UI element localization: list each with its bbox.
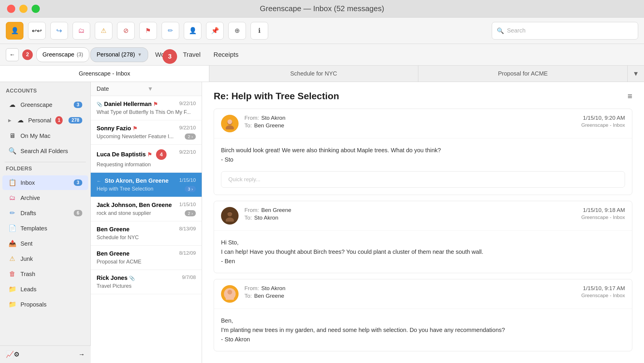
main-layout: Accounts ☁ Greenscape 3 ▶ ☁ Personal 1 2…	[0, 82, 644, 363]
message-item-3[interactable]: Luca De Baptistis ⚑ 4 9/22/10 Requesting…	[91, 145, 202, 173]
email-meta-2: From: Ben Greene To: Sto Akron	[244, 207, 576, 221]
accounts-section-title: Accounts	[0, 88, 90, 97]
avatar-ben	[221, 207, 239, 225]
sidebar-trash-label: Trash	[20, 271, 82, 278]
maximize-button[interactable]	[32, 5, 40, 13]
contacts-button[interactable]: 👤	[184, 22, 201, 40]
email-message-3: From: Sto Akron To: Ben Greene 1/15/10, …	[214, 279, 632, 351]
sidebar-item-trash[interactable]: 🗑 Trash	[2, 267, 88, 281]
greenscape-count: (3)	[77, 52, 83, 58]
message-item-4[interactable]: ← Sto Akron, Ben Greene 1/15/10 Help wit…	[91, 173, 202, 197]
msg-preview-7: Proposal for ACME	[97, 259, 196, 265]
sidebar-item-drafts[interactable]: ✏ Drafts 6	[2, 206, 88, 220]
email-body-3: Ben, I'm planting new trees in my garden…	[214, 309, 632, 351]
to-label-1: To:	[244, 122, 252, 129]
email-header-2: From: Ben Greene To: Sto Akron 1/15/10, …	[214, 201, 632, 231]
personal-dropdown-icon: ▼	[137, 52, 142, 57]
email-time-2: 1/15/10, 9:18 AM	[581, 207, 625, 213]
account-icon-button[interactable]: 👤	[6, 22, 23, 40]
sidebar-item-inbox[interactable]: 📋 Inbox 3	[2, 175, 88, 190]
email-inbox-1: Greenscape - Inbox	[581, 122, 625, 128]
travel-tab[interactable]: Travel	[177, 47, 206, 62]
msg-from-6: Ben Greene	[97, 226, 129, 233]
folders-section-title: Folders	[0, 166, 90, 175]
title-bar: Greenscape — Inbox (52 messages)	[0, 0, 644, 18]
flag-icon-2: ⚑	[133, 126, 137, 131]
sidebar-item-on-my-mac[interactable]: 🖥 On My Mac	[2, 129, 88, 143]
email-inbox-2: Greenscape - Inbox	[581, 215, 625, 220]
cloud-icon: ☁	[8, 101, 16, 109]
sidebar-toggle-button[interactable]: ←	[6, 48, 19, 61]
from-label-3: From:	[244, 285, 259, 292]
inbox-icon: 📋	[8, 179, 16, 186]
sidebar-item-leads[interactable]: 📁 Leads	[2, 282, 88, 297]
message-item-2[interactable]: Sonny Fazio ⚑ 9/22/10 Upcoming Newslette…	[91, 120, 202, 145]
email-message-1: From: Sto Akron To: Ben Greene 1/15/10, …	[214, 109, 632, 195]
email-header-1: From: Sto Akron To: Ben Greene 1/15/10, …	[214, 109, 632, 138]
doc-tab-proposal-acme[interactable]: Proposal for ACME	[418, 66, 628, 82]
drafts-icon: ✏	[8, 209, 16, 217]
quick-reply-field[interactable]: Quick reply...	[221, 171, 625, 188]
mark-flag-button[interactable]: ⚑	[139, 22, 157, 40]
flag-warning-button[interactable]: ⚠	[95, 22, 112, 40]
message-item-8[interactable]: Rick Jones 📎 9/7/08 Travel Pictures	[91, 270, 202, 294]
block-button[interactable]: ⊘	[117, 22, 135, 40]
email-menu-button[interactable]: ≡	[628, 92, 632, 101]
svg-point-2	[227, 119, 232, 124]
sidebar-item-templates[interactable]: 📄 Templates	[2, 221, 88, 236]
sidebar-item-greenscape[interactable]: ☁ Greenscape 3	[2, 97, 88, 112]
reply-all-button[interactable]: ↩↩	[28, 22, 46, 40]
toolbar: 👤 ↩↩ ↪ 🗂 ⚠ ⊘ ⚑ ✏ 👤 📌 ⊕ ℹ 🔍 Search	[0, 18, 644, 44]
sidebar-item-junk[interactable]: ⚠ Junk	[2, 251, 88, 266]
filter-plus-button[interactable]: ⊕	[228, 22, 246, 40]
sidebar-item-sent[interactable]: 📤 Sent	[2, 236, 88, 251]
msg-preview-6: Schedule for NYC	[97, 234, 196, 241]
person-icon: 👤	[11, 27, 19, 35]
search-bar[interactable]: 🔍 Search	[492, 22, 638, 40]
message-item-5[interactable]: Jack Johnson, Ben Greene 1/15/10 rock an…	[91, 197, 202, 221]
settings-button[interactable]: ⚙	[14, 351, 20, 358]
doc-tab-greenscape-inbox[interactable]: Greenscape - Inbox	[0, 66, 209, 82]
leads-folder-icon: 📁	[8, 285, 16, 293]
receipts-tab[interactable]: Receipts	[208, 47, 244, 62]
message-item-6[interactable]: Ben Greene 8/13/09 Schedule for NYC	[91, 221, 202, 246]
sidebar-item-search-all[interactable]: 🔍 Search All Folders	[2, 144, 88, 158]
activity-button[interactable]: 📈	[6, 351, 14, 358]
msg-date-8: 9/7/08	[182, 275, 196, 280]
message-item-7[interactable]: Ben Greene 8/12/09 Proposal for ACME	[91, 246, 202, 270]
msg-date-7: 8/12/09	[179, 250, 196, 256]
compose-button[interactable]: ✏	[162, 22, 179, 40]
archive-icon: 🗂	[8, 194, 16, 202]
archive-button[interactable]: 🗂	[73, 22, 90, 40]
reply-arrow-4: ←	[97, 179, 101, 184]
email-view: Re: Help with Tree Selection ≡ From: Sto…	[202, 82, 644, 363]
sidebar-item-proposals[interactable]: 📁 Proposals	[2, 297, 88, 312]
personal-mailbox-tab[interactable]: Personal (278) ▼	[90, 47, 148, 62]
sidebar-inbox-label: Inbox	[20, 179, 70, 186]
doc-tabs-more-button[interactable]: ▼	[628, 66, 644, 82]
to-label-2: To:	[244, 215, 252, 221]
forward-button[interactable]: ↪	[50, 22, 68, 40]
sidebar-mac-label: On My Mac	[20, 133, 82, 139]
pin-button[interactable]: 📌	[206, 22, 224, 40]
document-tabs: Greenscape - Inbox Schedule for NYC Prop…	[0, 66, 644, 82]
info-button[interactable]: ℹ	[251, 22, 268, 40]
email-timestamp-3: 1/15/10, 9:17 AM Greenscape - Inbox	[581, 285, 625, 299]
search-placeholder: Search	[507, 27, 525, 34]
sidebar-item-archive[interactable]: 🗂 Archive	[2, 191, 88, 205]
msg-from-3: Luca De Baptistis ⚑ 4	[97, 149, 167, 160]
minimize-button[interactable]	[19, 5, 28, 13]
msg-count-5: 2 ›	[185, 210, 196, 216]
doc-tab-greenscape-label: Greenscape - Inbox	[79, 70, 130, 77]
sidebar-item-personal[interactable]: ▶ ☁ Personal 1 278	[2, 113, 88, 128]
sidebar-greenscape-count: 3	[74, 102, 82, 108]
message-item-1[interactable]: 📎 Daniel Hellerman ⚑ 9/22/10 What Type o…	[91, 96, 202, 120]
greenscape-tab-label: Greenscape	[42, 51, 74, 58]
msg-date-2: 9/22/10	[179, 125, 196, 131]
flag-icon-3: ⚑	[147, 152, 152, 157]
sort-bar[interactable]: Date ▼	[91, 82, 202, 96]
doc-tab-schedule-nyc[interactable]: Schedule for NYC	[209, 66, 419, 82]
greenscape-mailbox-tab[interactable]: Greenscape (3)	[36, 47, 89, 62]
close-button[interactable]	[7, 5, 15, 13]
logout-button[interactable]: →	[78, 351, 85, 358]
